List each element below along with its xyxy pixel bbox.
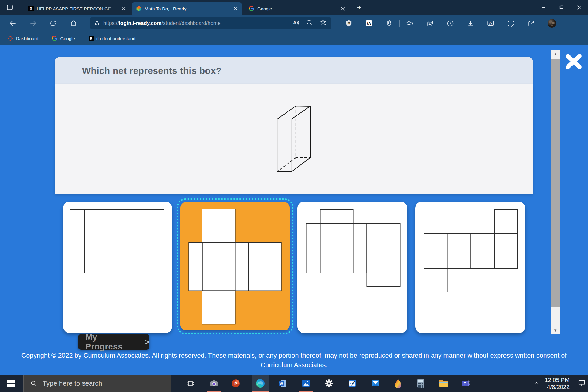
zoom-in-icon[interactable]	[306, 19, 313, 28]
answer-option-d[interactable]	[415, 202, 525, 333]
tab-google[interactable]: Google	[244, 2, 349, 15]
history-icon[interactable]	[440, 17, 460, 29]
address-bar[interactable]: https://login.i-ready.com/student/dashbo…	[90, 17, 331, 29]
mcafee-extension-icon[interactable]: M	[339, 17, 359, 29]
bookmark-label: Google	[60, 36, 75, 41]
close-tab-icon[interactable]	[232, 5, 239, 13]
favorites-icon[interactable]	[400, 17, 420, 29]
scrollbar-thumb[interactable]	[551, 59, 560, 307]
word-app-icon[interactable]: W	[276, 375, 289, 392]
tab-divider	[19, 4, 19, 10]
calculator-app-icon[interactable]	[414, 375, 428, 392]
bookmarks-bar: Dashboard Google B if i dont understand	[0, 32, 588, 45]
bookmark-label: if i dont understand	[96, 36, 136, 41]
edge-app-icon[interactable]	[254, 375, 267, 392]
extensions-puzzle-icon[interactable]	[379, 17, 399, 29]
edge-running-indicator	[252, 391, 269, 392]
mail-app-icon[interactable]	[369, 375, 382, 392]
svg-text:W: W	[280, 382, 283, 386]
screen: B HELPP ASAPP FIRST PERSON GE Math To Do…	[0, 0, 588, 392]
google-favicon	[249, 6, 254, 11]
scroll-down-icon[interactable]: ▼	[551, 326, 560, 334]
math-solver-icon[interactable]: √x	[481, 17, 501, 29]
search-icon	[30, 380, 37, 387]
net-a-figure	[63, 202, 172, 333]
svg-text:A: A	[293, 20, 296, 25]
button-divider	[140, 336, 140, 348]
tab-title: Google	[257, 6, 336, 11]
new-tab-button[interactable]: +	[354, 2, 364, 13]
iready-cube-favicon	[136, 6, 141, 11]
selected-highlight	[180, 202, 290, 330]
back-icon[interactable]	[7, 17, 19, 29]
google-icon	[52, 36, 57, 41]
box-prism-figure	[276, 104, 312, 173]
page-scrollbar[interactable]: ▲ ▼	[551, 50, 560, 334]
tab-divider	[242, 5, 242, 10]
svg-text:M: M	[347, 21, 350, 25]
bookmark-dashboard[interactable]: Dashboard	[3, 34, 43, 43]
paint3d-app-icon[interactable]	[391, 375, 405, 392]
camera-app-icon[interactable]	[207, 375, 221, 392]
question-title: Which net represents this box?	[82, 66, 222, 76]
lambda-extension-icon[interactable]: /Λ	[359, 17, 379, 29]
extensions-row: M /Λ √x …	[339, 17, 583, 29]
minimize-button[interactable]	[535, 0, 552, 15]
action-center-icon[interactable]	[578, 379, 586, 388]
whiteboard-app-icon[interactable]	[345, 375, 359, 392]
maximize-button[interactable]	[552, 0, 570, 15]
url-text: https://login.i-ready.com/student/dashbo…	[103, 20, 221, 26]
lock-icon[interactable]	[94, 21, 100, 26]
brainly-favicon: B	[28, 6, 34, 11]
forward-icon[interactable]	[27, 17, 39, 29]
browser-toolbar: https://login.i-ready.com/student/dashbo…	[0, 15, 588, 32]
profile-avatar[interactable]	[541, 17, 563, 29]
svg-text:B: B	[90, 36, 92, 40]
close-quiz-icon[interactable]	[565, 54, 582, 70]
scroll-up-icon[interactable]: ▲	[551, 50, 560, 58]
photos-app-icon[interactable]	[299, 375, 313, 392]
close-window-button[interactable]	[570, 0, 588, 15]
collections-icon[interactable]	[420, 17, 440, 29]
my-progress-button[interactable]: My Progress >	[78, 334, 149, 350]
taskbar-clock[interactable]: 12:05 PM 4/8/2022	[545, 376, 570, 390]
file-explorer-app-icon[interactable]	[437, 375, 450, 392]
task-view-icon[interactable]	[184, 375, 197, 392]
refresh-icon[interactable]	[47, 17, 59, 29]
taskbar-search[interactable]	[23, 375, 172, 392]
clock-date: 4/8/2022	[545, 383, 570, 390]
svg-text:P: P	[234, 381, 237, 386]
web-capture-icon[interactable]	[501, 17, 521, 29]
answer-option-a[interactable]	[63, 202, 172, 333]
svg-text:T: T	[464, 382, 466, 386]
chevron-right-icon: >	[145, 338, 149, 346]
read-aloud-icon[interactable]: A	[292, 19, 299, 28]
settings-menu-icon[interactable]: …	[563, 17, 583, 29]
answer-option-b-selected[interactable]	[177, 198, 293, 334]
add-favorite-star-icon[interactable]	[320, 19, 327, 28]
net-d-figure	[415, 202, 525, 333]
teams-app-icon[interactable]: T	[459, 375, 473, 392]
tab-brainly[interactable]: B HELPP ASAPP FIRST PERSON GE	[24, 2, 130, 15]
downloads-icon[interactable]	[460, 17, 481, 29]
close-tab-icon[interactable]	[339, 5, 347, 13]
start-button[interactable]	[4, 375, 18, 392]
powerpoint-app-icon[interactable]: P	[229, 375, 243, 392]
tab-actions-icon[interactable]	[6, 4, 13, 12]
net-c-figure	[297, 202, 407, 333]
tray-chevron-icon[interactable]	[534, 380, 539, 387]
bookmark-brainly[interactable]: B if i dont understand	[84, 34, 140, 43]
tab-title-fade	[105, 6, 117, 11]
question-body	[55, 84, 533, 194]
close-tab-icon[interactable]	[119, 5, 127, 13]
tab-iready-active[interactable]: Math To Do, i-Ready	[132, 2, 242, 15]
answer-option-c[interactable]	[297, 202, 407, 333]
share-icon[interactable]	[521, 17, 541, 29]
svg-text:√x: √x	[489, 21, 492, 25]
search-input[interactable]	[42, 379, 158, 388]
svg-text:B: B	[30, 7, 32, 11]
windows-taskbar: P W T	[0, 375, 588, 392]
settings-gear-icon[interactable]	[322, 375, 336, 392]
home-icon[interactable]	[67, 17, 80, 29]
bookmark-google[interactable]: Google	[47, 34, 79, 43]
